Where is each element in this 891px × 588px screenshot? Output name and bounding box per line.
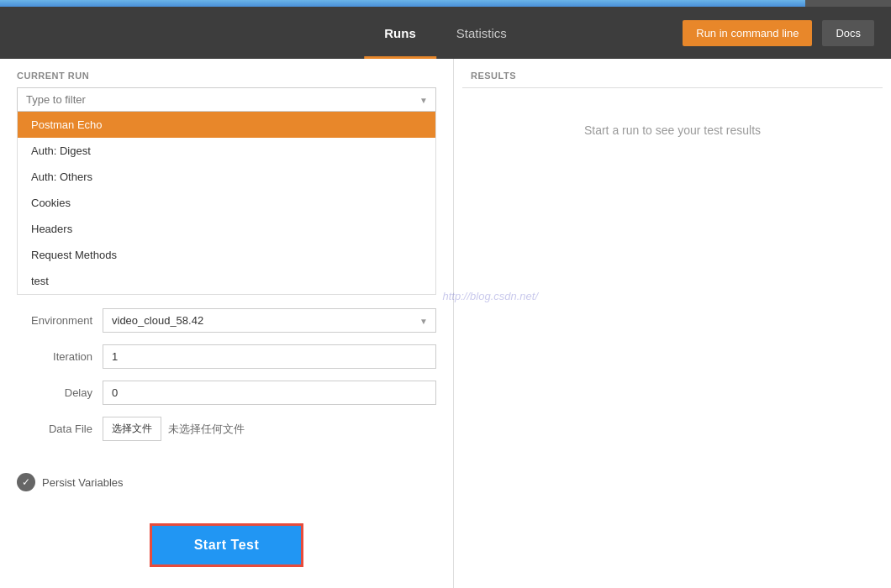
start-btn-container: Start Test [0, 507, 453, 584]
iteration-input[interactable] [103, 344, 436, 369]
collection-dropdown-list: Postman Echo Auth: Digest Auth: Others C… [17, 112, 436, 295]
filter-dropdown-arrow: ▼ [419, 95, 428, 104]
dropdown-item-cookies[interactable]: Cookies [18, 190, 435, 216]
iteration-label: Iteration [17, 350, 92, 363]
header: Runs Statistics Run in command line Docs [0, 7, 891, 59]
environment-label: Environment [17, 314, 92, 327]
filter-input[interactable] [17, 87, 436, 112]
tab-runs[interactable]: Runs [364, 7, 436, 59]
nav-tabs: Runs Statistics [364, 7, 527, 59]
dropdown-item-headers[interactable]: Headers [18, 216, 435, 242]
form-section: Environment video_cloud_58.42 ▼ Iteratio… [0, 295, 453, 466]
header-actions: Run in command line Docs [683, 20, 874, 46]
docs-button[interactable]: Docs [822, 20, 874, 46]
tab-statistics[interactable]: Statistics [436, 7, 527, 59]
dropdown-item-test[interactable]: test [18, 268, 435, 294]
left-panel: CURRENT RUN ▼ Postman Echo Auth: Digest … [0, 59, 454, 588]
choose-file-button[interactable]: 选择文件 [103, 417, 161, 441]
data-file-label: Data File [17, 423, 92, 435]
delay-input[interactable] [103, 381, 436, 405]
persist-variables-row: ✓ Persist Variables [0, 466, 453, 498]
data-file-row: Data File 选择文件 未选择任何文件 [17, 417, 436, 441]
persist-check-icon[interactable]: ✓ [17, 473, 35, 491]
dropdown-item-auth-others[interactable]: Auth: Others [18, 164, 435, 190]
dropdown-item-postman-echo[interactable]: Postman Echo [18, 112, 435, 138]
no-file-text: 未选择任何文件 [168, 422, 245, 437]
delay-label: Delay [17, 386, 92, 399]
results-empty-message: Start a run to see your test results [454, 88, 891, 172]
delay-row: Delay [17, 381, 436, 405]
run-command-line-button[interactable]: Run in command line [683, 20, 812, 46]
environment-row: Environment video_cloud_58.42 ▼ [17, 308, 436, 333]
start-test-button[interactable]: Start Test [150, 523, 304, 567]
persist-label: Persist Variables [42, 476, 124, 489]
environment-select[interactable]: video_cloud_58.42 [103, 308, 436, 333]
current-run-label: CURRENT RUN [0, 59, 453, 87]
main-content: CURRENT RUN ▼ Postman Echo Auth: Digest … [0, 59, 891, 588]
results-label: RESULTS [454, 59, 891, 87]
iteration-row: Iteration [17, 344, 436, 369]
environment-select-wrapper: video_cloud_58.42 ▼ [103, 308, 436, 333]
right-panel: RESULTS Start a run to see your test res… [454, 59, 891, 588]
file-row: 选择文件 未选择任何文件 [103, 417, 245, 441]
dropdown-item-auth-digest[interactable]: Auth: Digest [18, 138, 435, 164]
dropdown-item-request-methods[interactable]: Request Methods [18, 242, 435, 268]
filter-container: ▼ [17, 87, 436, 112]
